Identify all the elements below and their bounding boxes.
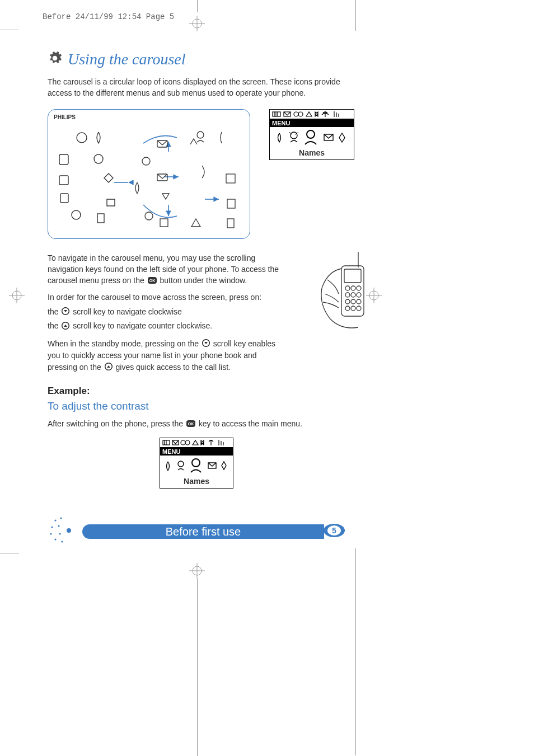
svg-rect-6	[60, 194, 68, 203]
svg-point-37	[345, 293, 350, 297]
page-number-badge: 5	[323, 523, 350, 540]
nav-paragraph: To navigate in the carousel menu, you ma…	[48, 253, 279, 285]
svg-point-38	[351, 293, 355, 297]
screen-item-label: Names	[270, 148, 354, 159]
svg-text:OK: OK	[188, 422, 194, 426]
crop-mark	[0, 30, 19, 30]
screen-menu-label: MENU	[160, 448, 233, 456]
page-number: 5	[332, 526, 336, 535]
svg-point-24	[294, 112, 298, 116]
status-bar	[160, 438, 233, 448]
svg-point-58	[181, 440, 185, 445]
crop-mark	[197, 0, 198, 12]
svg-point-9	[94, 154, 103, 163]
svg-point-34	[345, 286, 350, 290]
svg-point-40	[345, 299, 350, 304]
example-subheading: To adjust the contrast	[48, 400, 355, 412]
nav-instruction: In order for the carousel to move across…	[48, 292, 283, 303]
screen-menu-label: MENU	[270, 119, 354, 127]
registration-mark-icon	[189, 563, 205, 579]
svg-rect-8	[97, 214, 104, 223]
svg-point-35	[351, 286, 355, 290]
phone-screen-illustration: MENU Names	[269, 109, 354, 160]
svg-point-73	[61, 541, 63, 542]
screen-item-label: Names	[160, 477, 233, 488]
svg-point-69	[58, 525, 59, 527]
screen-carousel-row	[270, 127, 354, 148]
svg-point-42	[357, 299, 361, 304]
svg-point-30	[307, 130, 315, 138]
screen-carousel-row	[160, 456, 233, 477]
registration-mark-icon	[189, 16, 205, 31]
text: the	[48, 307, 60, 316]
svg-point-16	[197, 132, 204, 138]
intro-paragraph: The carousel is a circular loop of icons…	[48, 76, 355, 99]
svg-point-36	[357, 286, 361, 290]
svg-point-7	[72, 210, 81, 219]
status-bar	[270, 110, 354, 119]
svg-point-29	[291, 132, 297, 139]
text: gives quick access to the call list.	[114, 363, 231, 372]
scroll-down-key-icon	[202, 339, 210, 350]
svg-point-43	[345, 306, 350, 311]
svg-point-63	[178, 461, 184, 467]
scroll-counterclockwise-line: the scroll key to navigate counter clock…	[48, 320, 283, 332]
standby-paragraph: When in the standby mode, pressing on th…	[48, 338, 283, 373]
svg-point-67	[60, 517, 62, 519]
svg-point-25	[298, 112, 303, 116]
svg-rect-4	[59, 154, 68, 165]
svg-point-74	[59, 533, 60, 534]
svg-rect-15	[226, 174, 235, 183]
scroll-up-key-icon	[105, 362, 113, 373]
text: scroll key to navigate counter clockwise…	[71, 321, 212, 330]
svg-point-12	[142, 157, 150, 165]
phone-screen-illustration: MENU Names	[160, 438, 233, 489]
registration-mark-icon	[366, 288, 382, 303]
imposition-header: Before 24/11/99 12:54 Page 5	[43, 12, 174, 21]
svg-point-66	[54, 519, 56, 521]
svg-point-64	[192, 459, 200, 467]
svg-point-39	[357, 293, 361, 297]
svg-point-44	[351, 306, 355, 311]
crop-mark	[355, 548, 356, 755]
text: scroll key to navigate clockwise	[71, 307, 181, 316]
gear-icon	[48, 51, 62, 68]
ok-key-icon: OK	[148, 275, 157, 287]
decorative-dots-icon	[48, 515, 79, 548]
svg-rect-32	[341, 266, 364, 316]
svg-text:OK: OK	[149, 279, 155, 283]
svg-point-59	[185, 440, 190, 445]
text: key to access the main menu.	[196, 419, 302, 428]
svg-rect-5	[59, 176, 68, 185]
svg-rect-18	[227, 219, 234, 228]
svg-rect-13	[160, 219, 168, 227]
page-title: Using the carousel	[68, 50, 186, 68]
svg-rect-33	[344, 269, 361, 283]
footer-section-label: Before first use	[82, 524, 324, 539]
crop-mark	[197, 579, 198, 756]
svg-point-68	[51, 526, 53, 528]
text: the	[48, 321, 60, 330]
svg-point-72	[54, 538, 56, 540]
crop-mark	[0, 553, 19, 553]
example-heading: Example:	[48, 386, 355, 397]
ok-key-icon: OK	[186, 419, 195, 430]
svg-point-3	[77, 133, 87, 143]
text: When in the standby mode, pressing on th…	[48, 339, 201, 348]
svg-point-70	[50, 533, 51, 534]
text: button under the window.	[158, 276, 247, 285]
svg-point-71	[67, 528, 71, 533]
svg-rect-19	[273, 112, 280, 116]
svg-point-45	[357, 306, 361, 311]
svg-rect-14	[227, 199, 235, 208]
svg-point-17	[145, 212, 153, 220]
scroll-clockwise-line: the scroll key to navigate clockwise	[48, 306, 283, 318]
example-text: After switching on the phone, press the …	[48, 418, 355, 430]
text: After switching on the phone, press the	[48, 419, 185, 428]
registration-mark-icon	[9, 288, 25, 303]
carousel-diagram: PHILIPS	[48, 109, 250, 239]
scroll-up-key-icon	[62, 321, 69, 332]
svg-point-41	[351, 299, 355, 304]
crop-mark	[355, 0, 356, 31]
scroll-down-key-icon	[62, 307, 69, 318]
